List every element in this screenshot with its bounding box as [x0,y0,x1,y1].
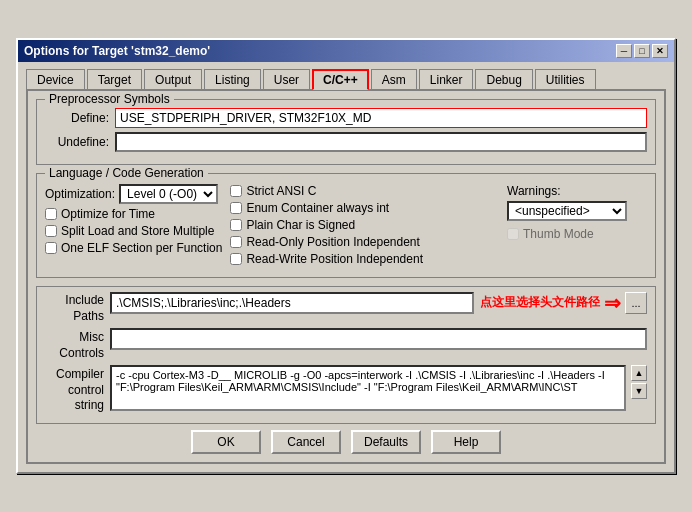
include-section: IncludePaths 点这里选择头文件路径 ⇒ ... MiscContro… [36,286,656,424]
optimization-select[interactable]: Level 0 (-O0) Level 1 (-O1) Level 2 (-O2… [119,184,218,204]
preprocessor-title: Preprocessor Symbols [45,92,174,106]
tab-device[interactable]: Device [26,69,85,90]
misc-input[interactable] [110,328,647,350]
include-paths-row: IncludePaths 点这里选择头文件路径 ⇒ ... [45,291,647,324]
window-title: Options for Target 'stm32_demo' [24,44,210,58]
split-load-label: Split Load and Store Multiple [61,224,214,238]
lang-right-col: Warnings: <unspecified> No Warnings All … [507,184,647,269]
compiler-textarea[interactable]: -c -cpu Cortex-M3 -D__ MICROLIB -g -O0 -… [110,365,626,411]
ok-button[interactable]: OK [191,430,261,454]
one-elf-label: One ELF Section per Function [61,241,222,255]
tab-content: Preprocessor Symbols Define: Undefine: L… [26,89,666,464]
strict-ansi-row: Strict ANSI C [230,184,499,198]
read-write-check[interactable] [230,253,242,265]
defaults-button[interactable]: Defaults [351,430,421,454]
one-elf-check[interactable] [45,242,57,254]
enum-container-row: Enum Container always int [230,201,499,215]
tab-linker[interactable]: Linker [419,69,474,90]
cancel-button[interactable]: Cancel [271,430,341,454]
maximize-button[interactable]: □ [634,44,650,58]
define-label: Define: [45,111,115,125]
minimize-button[interactable]: ─ [616,44,632,58]
optimize-time-label: Optimize for Time [61,207,155,221]
undefine-input[interactable] [115,132,647,152]
split-load-check[interactable] [45,225,57,237]
lang-mid-col: Strict ANSI C Enum Container always int … [230,184,499,269]
define-input[interactable] [115,108,647,128]
define-row: Define: [45,108,647,128]
enum-container-check[interactable] [230,202,242,214]
optimization-row: Optimization: Level 0 (-O0) Level 1 (-O1… [45,184,222,204]
split-load-row: Split Load and Store Multiple [45,224,222,238]
plain-char-check[interactable] [230,219,242,231]
tabs-bar: Device Target Output Listing User C/C++ … [26,68,666,89]
lang-left-col: Optimization: Level 0 (-O0) Level 1 (-O1… [45,184,222,269]
close-button[interactable]: ✕ [652,44,668,58]
undefine-row: Undefine: [45,132,647,152]
read-write-row: Read-Write Position Independent [230,252,499,266]
main-window: Options for Target 'stm32_demo' ─ □ ✕ De… [16,38,676,474]
optimization-label: Optimization: [45,187,115,201]
tab-output[interactable]: Output [144,69,202,90]
tab-listing[interactable]: Listing [204,69,261,90]
warnings-select[interactable]: <unspecified> No Warnings All Warnings [507,201,627,221]
language-title: Language / Code Generation [45,166,208,180]
plain-char-row: Plain Char is Signed [230,218,499,232]
tab-utilities[interactable]: Utilities [535,69,596,90]
thumb-mode-row: Thumb Mode [507,227,647,241]
compiler-scroll-up[interactable]: ▲ [631,365,647,381]
plain-char-label: Plain Char is Signed [246,218,355,232]
compiler-scroll-down[interactable]: ▼ [631,383,647,399]
thumb-mode-label: Thumb Mode [523,227,594,241]
tab-target[interactable]: Target [87,69,142,90]
thumb-mode-check[interactable] [507,228,519,240]
include-paths-label: IncludePaths [45,291,110,324]
arrow-right-icon: ⇒ [604,291,621,315]
optimize-time-check[interactable] [45,208,57,220]
warnings-label: Warnings: [507,184,647,198]
read-write-label: Read-Write Position Independent [246,252,423,266]
compiler-row: Compilercontrolstring -c -cpu Cortex-M3 … [45,365,647,414]
include-paths-input[interactable] [110,292,474,314]
misc-label: MiscControls [45,328,110,361]
help-button[interactable]: Help [431,430,501,454]
tab-debug[interactable]: Debug [475,69,532,90]
bottom-buttons: OK Cancel Defaults Help [36,430,656,454]
tab-ccpp[interactable]: C/C++ [312,69,369,90]
title-bar: Options for Target 'stm32_demo' ─ □ ✕ [18,40,674,62]
tab-user[interactable]: User [263,69,310,90]
preprocessor-group: Preprocessor Symbols Define: Undefine: [36,99,656,165]
one-elf-row: One ELF Section per Function [45,241,222,255]
strict-ansi-check[interactable] [230,185,242,197]
optimize-time-row: Optimize for Time [45,207,222,221]
strict-ansi-label: Strict ANSI C [246,184,316,198]
language-group: Language / Code Generation Optimization:… [36,173,656,278]
window-content: Device Target Output Listing User C/C++ … [18,62,674,472]
tab-asm[interactable]: Asm [371,69,417,90]
annotation-text: 点这里选择头文件路径 [480,294,600,311]
enum-container-label: Enum Container always int [246,201,389,215]
misc-controls-row: MiscControls [45,328,647,361]
read-only-label: Read-Only Position Independent [246,235,419,249]
title-bar-controls: ─ □ ✕ [616,44,668,58]
compiler-label: Compilercontrolstring [45,365,110,414]
read-only-check[interactable] [230,236,242,248]
read-only-row: Read-Only Position Independent [230,235,499,249]
browse-include-button[interactable]: ... [625,292,647,314]
undefine-label: Undefine: [45,135,115,149]
